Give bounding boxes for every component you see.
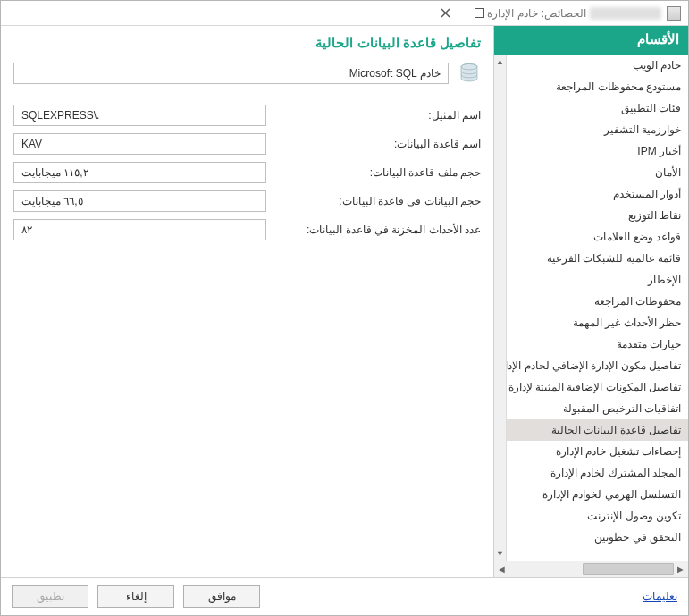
ok-button[interactable]: موافق [183, 585, 260, 608]
sidebar-item[interactable]: الأمان [507, 162, 688, 183]
cancel-button[interactable]: إلغاء [97, 585, 174, 608]
panel-title: تفاصيل قاعدة البيانات الحالية [1, 26, 493, 56]
sidebar-item[interactable]: مستودع محفوظات المراجعة [507, 76, 688, 97]
sidebar-item[interactable]: محفوظات المراجعة [507, 291, 688, 312]
sidebar-item[interactable]: التسلسل الهرمي لخوادم الإدارة [507, 484, 688, 505]
sidebar-item[interactable]: إحصاءات تشغيل خادم الإدارة [507, 441, 688, 462]
section-list: خادم الويبمستودع محفوظات المراجعةفئات ال… [494, 55, 688, 577]
field-value: SQLEXPRESS\. [13, 105, 266, 126]
field-label: عدد الأحداث المخزنة في قاعدة البيانات: [275, 224, 481, 236]
sections-sidebar: الأقسام خادم الويبمستودع محفوظات المراجع… [493, 26, 688, 577]
sidebar-header: الأقسام [494, 26, 688, 55]
sidebar-item[interactable]: تكوين وصول الإنترنت [507, 505, 688, 527]
sidebar-item[interactable]: قائمة عالمية للشبكات الفرعية [507, 248, 688, 269]
sidebar-item[interactable]: خوارزمية التشفير [507, 119, 688, 140]
title-label: الخصائص: [542, 7, 586, 20]
field-value: KAV [13, 133, 266, 155]
field-row: حجم البيانات في قاعدة البيانات:٦٦,٥ ميجا… [1, 187, 493, 215]
properties-window: الخصائص: خادم الإدارة الأقسام خادم الويب… [0, 0, 689, 616]
database-icon [458, 62, 481, 85]
sidebar-item[interactable]: الإخطار [507, 269, 688, 291]
details-panel: تفاصيل قاعدة البيانات الحالية خادم Micro… [1, 26, 493, 577]
sidebar-item[interactable]: التحقق في خطوتين [507, 527, 688, 548]
sidebar-item[interactable]: أخبار IPM [507, 140, 688, 162]
vertical-scrollbar[interactable]: ▲ ▼ [494, 55, 507, 561]
title-blur [590, 7, 661, 20]
field-value: ٨٢ [13, 219, 266, 240]
field-row: حجم ملف قاعدة البيانات:١١٥,٢ ميجابايت [1, 158, 493, 187]
sidebar-item[interactable]: فئات التطبيق [507, 97, 688, 119]
sidebar-item[interactable]: تفاصيل مكون الإدارة الإضافي لخادم الإدار… [507, 355, 688, 376]
scroll-left-arrow[interactable]: ◀ [494, 561, 508, 577]
sidebar-item[interactable]: حظر الأحداث غير المهمة [507, 312, 688, 333]
db-type-field: خادم Microsoft SQL [13, 63, 449, 84]
field-row: عدد الأحداث المخزنة في قاعدة البيانات:٨٢ [1, 215, 493, 244]
sidebar-item[interactable]: اتفاقيات الترخيص المقبولة [507, 398, 688, 419]
sidebar-item[interactable]: قواعد وضع العلامات [507, 226, 688, 248]
sidebar-item[interactable]: أدوار المستخدم [507, 183, 688, 205]
field-label: اسم قاعدة البيانات: [275, 138, 481, 150]
horizontal-scroll-thumb[interactable] [583, 563, 674, 575]
sidebar-item[interactable]: تفاصيل قاعدة البيانات الحالية [507, 419, 688, 441]
field-value: ١١٥,٢ ميجابايت [13, 162, 266, 183]
field-row: اسم قاعدة البيانات:KAV [1, 130, 493, 158]
app-icon [667, 6, 681, 21]
scroll-down-arrow[interactable]: ▼ [494, 546, 506, 561]
maximize-button[interactable] [471, 5, 487, 21]
db-type-value: خادم Microsoft SQL [349, 67, 441, 80]
sidebar-item[interactable]: نقاط التوزيع [507, 205, 688, 226]
field-value: ٦٦,٥ ميجابايت [13, 190, 266, 212]
svg-rect-0 [475, 9, 483, 18]
scroll-up-arrow[interactable]: ▲ [494, 55, 506, 69]
scroll-right-arrow[interactable]: ▶ [674, 561, 688, 577]
title-value: خادم الإدارة [487, 7, 537, 20]
field-label: حجم ملف قاعدة البيانات: [275, 166, 481, 179]
field-row: اسم المثيل:SQLEXPRESS\. [1, 101, 493, 130]
horizontal-scrollbar[interactable]: ▶ ◀ [494, 561, 688, 577]
sidebar-item[interactable]: خيارات متقدمة [507, 333, 688, 355]
sidebar-item[interactable]: المجلد المشترك لخادم الإدارة [507, 462, 688, 484]
sidebar-item[interactable]: خادم الويب [507, 55, 688, 76]
close-button[interactable] [437, 5, 453, 21]
field-label: حجم البيانات في قاعدة البيانات: [275, 195, 481, 207]
field-label: اسم المثيل: [275, 109, 481, 122]
dialog-footer: تعليمات موافق إلغاء تطبيق [1, 577, 688, 615]
title-bar: الخصائص: خادم الإدارة [1, 1, 688, 26]
sidebar-item[interactable]: تفاصيل المكونات الإضافية المثبتة لإدارة … [507, 376, 688, 398]
apply-button[interactable]: تطبيق [12, 585, 88, 608]
help-link[interactable]: تعليمات [643, 590, 677, 603]
